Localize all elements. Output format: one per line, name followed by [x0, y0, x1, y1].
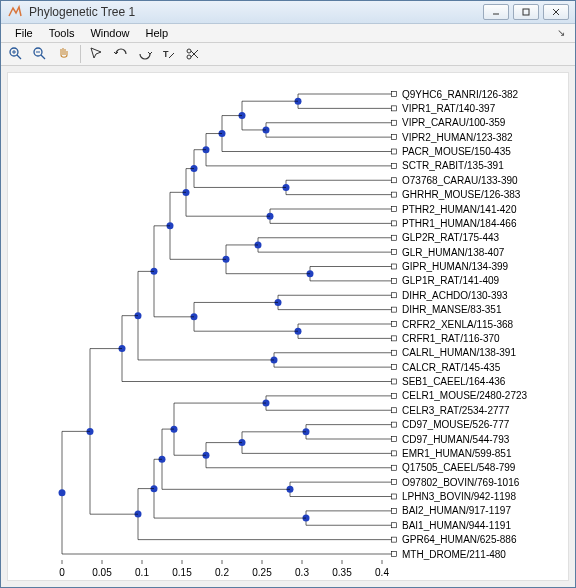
svg-rect-74 [392, 264, 397, 269]
leaf-label: SCTR_RABIT/135-391 [402, 160, 504, 171]
toolbar-separator [80, 45, 81, 63]
svg-rect-80 [392, 350, 397, 355]
inspect-button[interactable] [86, 43, 108, 65]
leaf-label: VIPR2_HUMAN/123-382 [402, 132, 513, 143]
svg-rect-90 [392, 494, 397, 499]
svg-text:0.1: 0.1 [135, 567, 149, 578]
leaf-label: CRFR2_XENLA/115-368 [402, 319, 514, 330]
titlebar: Phylogenetic Tree 1 [1, 1, 575, 24]
svg-text:0: 0 [59, 567, 65, 578]
zoom-out-button[interactable] [29, 43, 51, 65]
svg-text:0.15: 0.15 [172, 567, 192, 578]
leaf-label: Q9YHC6_RANRI/126-382 [402, 89, 519, 100]
leaf-label: CELR3_RAT/2534-2777 [402, 405, 510, 416]
svg-rect-92 [392, 523, 397, 528]
prune-button[interactable] [182, 43, 204, 65]
svg-text:0.05: 0.05 [92, 567, 112, 578]
leaf-label: GLR_HUMAN/138-407 [402, 247, 505, 258]
svg-point-61 [59, 489, 66, 496]
leaf-label: Q17505_CAEEL/548-799 [402, 462, 516, 473]
app-window: Phylogenetic Tree 1 File Tools Window He… [0, 0, 576, 588]
svg-text:T: T [163, 49, 169, 59]
close-button[interactable] [543, 4, 569, 20]
svg-rect-66 [392, 149, 397, 154]
svg-rect-68 [392, 178, 397, 183]
leaf-label: CALRL_HUMAN/138-391 [402, 347, 516, 358]
leaf-label: DIHR_ACHDO/130-393 [402, 290, 508, 301]
svg-rect-65 [392, 135, 397, 140]
plot-area[interactable]: 00.050.10.150.20.250.30.350.4Q9YHC6_RANR… [7, 72, 569, 581]
pan-button[interactable] [53, 43, 75, 65]
leaf-label: BAI1_HUMAN/944-1191 [402, 520, 511, 531]
svg-rect-89 [392, 480, 397, 485]
leaf-label: O97802_BOVIN/769-1016 [402, 477, 520, 488]
svg-text:0.3: 0.3 [295, 567, 309, 578]
svg-rect-63 [392, 106, 397, 111]
svg-rect-70 [392, 207, 397, 212]
leaf-label: LPHN3_BOVIN/942-1198 [402, 491, 516, 502]
leaf-label: VIPR_CARAU/100-359 [402, 117, 506, 128]
svg-text:0.4: 0.4 [375, 567, 389, 578]
svg-rect-94 [392, 552, 397, 557]
rotate-button[interactable] [134, 43, 156, 65]
svg-rect-62 [392, 92, 397, 97]
svg-rect-78 [392, 322, 397, 327]
svg-rect-93 [392, 537, 397, 542]
maximize-button[interactable] [513, 4, 539, 20]
svg-text:0.35: 0.35 [332, 567, 352, 578]
svg-rect-81 [392, 365, 397, 370]
zoom-in-button[interactable] [5, 43, 27, 65]
svg-rect-73 [392, 250, 397, 255]
svg-rect-77 [392, 307, 397, 312]
leaf-label: CELR1_MOUSE/2480-2723 [402, 390, 528, 401]
svg-rect-86 [392, 437, 397, 442]
leaf-label: GHRHR_MOUSE/126-383 [402, 189, 521, 200]
leaf-label: MTH_DROME/211-480 [402, 549, 506, 560]
leaf-label: PACR_MOUSE/150-435 [402, 146, 511, 157]
toolbar: T [1, 43, 575, 66]
leaf-label: EMR1_HUMAN/599-851 [402, 448, 512, 459]
svg-rect-79 [392, 336, 397, 341]
svg-rect-84 [392, 408, 397, 413]
svg-rect-83 [392, 393, 397, 398]
svg-rect-76 [392, 293, 397, 298]
leaf-label: CRFR1_RAT/116-370 [402, 333, 500, 344]
svg-text:0.2: 0.2 [215, 567, 229, 578]
minimize-button[interactable] [483, 4, 509, 20]
menu-help[interactable]: Help [138, 25, 177, 41]
leaf-label: PTHR2_HUMAN/141-420 [402, 204, 517, 215]
menubar: File Tools Window Help ↘ [1, 24, 575, 43]
svg-rect-87 [392, 451, 397, 456]
svg-rect-69 [392, 192, 397, 197]
menu-file[interactable]: File [7, 25, 41, 41]
rename-button[interactable]: T [158, 43, 180, 65]
leaf-label: BAI2_HUMAN/917-1197 [402, 505, 511, 516]
leaf-label: GLP2R_RAT/175-443 [402, 232, 500, 243]
svg-rect-82 [392, 379, 397, 384]
svg-text:0.25: 0.25 [252, 567, 272, 578]
leaf-label: DIHR_MANSE/83-351 [402, 304, 502, 315]
svg-point-10 [187, 49, 191, 53]
svg-rect-85 [392, 422, 397, 427]
leaf-label: GLP1R_RAT/141-409 [402, 275, 500, 286]
leaf-label: PTHR1_HUMAN/184-466 [402, 218, 517, 229]
leaf-label: CD97_HUMAN/544-793 [402, 434, 510, 445]
svg-rect-72 [392, 235, 397, 240]
leaf-label: CALCR_RAT/145-435 [402, 362, 501, 373]
svg-line-7 [41, 55, 45, 59]
menu-overflow-icon[interactable]: ↘ [557, 27, 569, 38]
menu-window[interactable]: Window [82, 25, 137, 41]
svg-rect-75 [392, 278, 397, 283]
leaf-label: VIPR1_RAT/140-397 [402, 103, 496, 114]
menu-tools[interactable]: Tools [41, 25, 83, 41]
window-title: Phylogenetic Tree 1 [29, 5, 479, 19]
svg-rect-71 [392, 221, 397, 226]
leaf-label: SEB1_CAEEL/164-436 [402, 376, 506, 387]
leaf-label: GPR64_HUMAN/625-886 [402, 534, 517, 545]
leaf-label: O73768_CARAU/133-390 [402, 175, 518, 186]
svg-rect-67 [392, 163, 397, 168]
collapse-button[interactable] [110, 43, 132, 65]
svg-line-3 [17, 55, 21, 59]
svg-rect-91 [392, 508, 397, 513]
svg-rect-1 [523, 9, 529, 15]
